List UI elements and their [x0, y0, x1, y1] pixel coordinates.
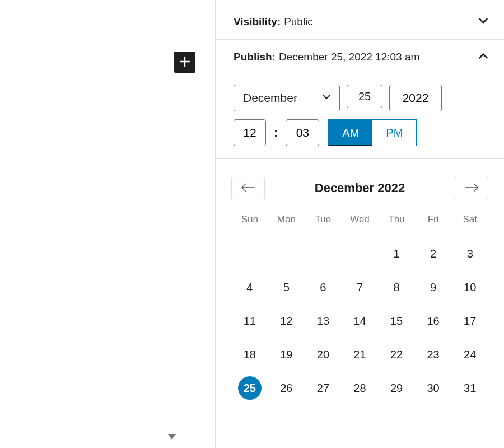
time-separator: : [273, 125, 279, 140]
calendar-day[interactable]: 27 [305, 376, 342, 400]
calendar-day[interactable]: 11 [231, 309, 268, 333]
visibility-value: Public [284, 15, 313, 29]
editor-canvas [0, 0, 216, 448]
calendar-empty-cell [305, 242, 342, 265]
am-button[interactable]: AM [329, 120, 372, 146]
calendar: December 2022 SunMonTueWedThuFriSat12345… [216, 159, 504, 400]
chevron-down-icon [476, 13, 491, 30]
calendar-day[interactable]: 15 [378, 309, 415, 333]
calendar-day[interactable]: 3 [451, 242, 488, 265]
calendar-day[interactable]: 2 [415, 242, 452, 265]
plus-icon [178, 55, 192, 70]
arrow-left-icon [240, 181, 256, 195]
calendar-empty-cell [231, 242, 268, 265]
calendar-day[interactable]: 8 [378, 276, 415, 299]
calendar-empty-cell [342, 242, 379, 265]
calendar-day[interactable]: 29 [378, 376, 415, 400]
calendar-day[interactable]: 19 [268, 343, 305, 366]
prev-month-button[interactable] [231, 176, 265, 200]
calendar-day[interactable]: 10 [451, 276, 488, 299]
year-input[interactable] [389, 85, 442, 111]
calendar-day[interactable]: 26 [268, 376, 305, 400]
minute-input[interactable] [286, 119, 319, 146]
calendar-dow: Wed [342, 214, 379, 232]
calendar-title: December 2022 [315, 181, 405, 195]
calendar-day[interactable]: 18 [231, 343, 268, 366]
chevron-down-icon [320, 91, 333, 106]
publish-label: Publish: [234, 50, 276, 64]
calendar-empty-cell [268, 242, 305, 265]
calendar-dow: Thu [378, 214, 415, 232]
arrow-right-icon [463, 181, 480, 195]
calendar-day[interactable]: 14 [342, 309, 379, 333]
calendar-day[interactable]: 6 [305, 276, 342, 299]
calendar-day[interactable]: 24 [451, 343, 488, 366]
calendar-day[interactable]: 31 [451, 376, 488, 400]
chevron-up-icon [476, 49, 491, 66]
calendar-day[interactable]: 20 [305, 343, 342, 366]
calendar-day[interactable]: 9 [415, 276, 452, 299]
calendar-day[interactable]: 1 [378, 242, 415, 265]
month-select[interactable]: December [234, 85, 340, 111]
calendar-day[interactable]: 23 [415, 343, 452, 366]
calendar-dow: Sun [231, 214, 268, 232]
next-month-button[interactable] [455, 176, 488, 200]
calendar-dow: Fri [415, 214, 452, 232]
calendar-day[interactable]: 25 [238, 376, 262, 400]
calendar-day[interactable]: 21 [342, 343, 379, 366]
pm-button[interactable]: PM [372, 120, 416, 146]
month-select-value: December [243, 91, 297, 105]
visibility-label: Visibility: [234, 15, 281, 29]
publish-value: December 25, 2022 12:03 am [279, 50, 419, 64]
calendar-day[interactable]: 22 [378, 343, 415, 366]
calendar-day[interactable]: 13 [305, 309, 342, 333]
day-input[interactable] [347, 85, 382, 108]
calendar-dow: Tue [305, 214, 342, 232]
hour-input[interactable] [234, 119, 266, 146]
calendar-dow: Sat [451, 214, 488, 232]
ampm-toggle: AM PM [328, 119, 417, 146]
editor-divider [0, 417, 215, 417]
add-block-button[interactable] [174, 52, 195, 73]
calendar-dow: Mon [268, 214, 305, 232]
calendar-day[interactable]: 30 [415, 376, 452, 400]
calendar-day[interactable]: 12 [268, 309, 305, 333]
calendar-day[interactable]: 4 [231, 276, 268, 299]
calendar-day[interactable]: 16 [415, 309, 452, 333]
calendar-day[interactable]: 17 [451, 309, 488, 333]
datetime-controls: December : AM PM [216, 74, 504, 159]
settings-sidebar: Visibility: Public Publish: December 25,… [216, 0, 504, 448]
visibility-row[interactable]: Visibility: Public [216, 4, 504, 40]
caret-down-icon[interactable] [168, 434, 176, 440]
calendar-day[interactable]: 7 [342, 276, 379, 299]
publish-row[interactable]: Publish: December 25, 2022 12:03 am [216, 40, 504, 74]
calendar-day[interactable]: 28 [342, 376, 379, 400]
calendar-day[interactable]: 5 [268, 276, 305, 299]
